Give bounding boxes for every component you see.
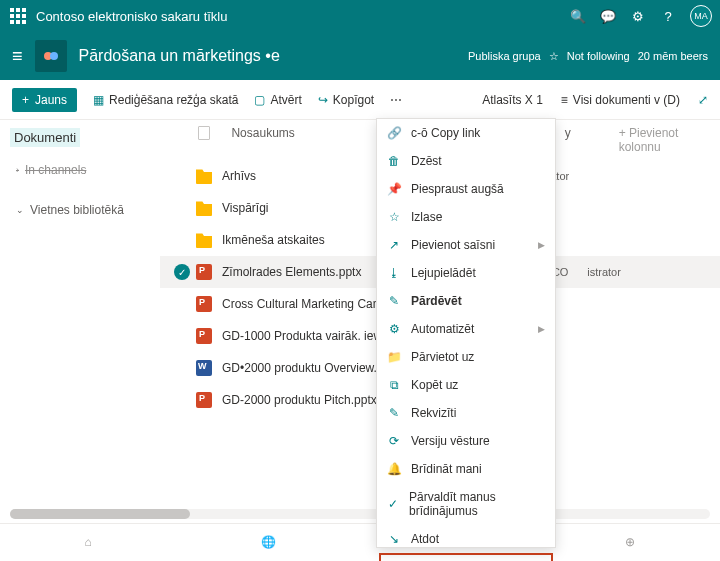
menu-item[interactable]: ↘Atmest paņemšanas atmešanas	[379, 553, 553, 561]
chevron-icon: ›	[16, 165, 19, 175]
share-label: Kopīgot	[333, 93, 374, 107]
documents-heading: Dokumenti	[10, 128, 80, 147]
group-type: Publiska grupa	[468, 50, 541, 62]
docx-icon	[196, 360, 212, 376]
menu-item[interactable]: ⚙Automatizēt▶	[377, 315, 555, 343]
menu-label: Kopēt uz	[411, 378, 458, 392]
menu-label: Dzēst	[411, 154, 442, 168]
chevron-right-icon: ▶	[538, 324, 545, 334]
expand-icon[interactable]: ⤢	[698, 93, 708, 107]
menu-label: Izlase	[411, 210, 442, 224]
list-icon: ≡	[561, 93, 568, 107]
settings-icon[interactable]: ⚙	[630, 8, 646, 24]
pptx-icon	[196, 264, 212, 280]
menu-label: Automatizēt	[411, 322, 474, 336]
menu-item[interactable]: ✎Rekvizīti	[377, 399, 555, 427]
tree-library[interactable]: ⌄ Vietnes bibliotēkā	[10, 197, 150, 223]
menu-icon: ↗	[387, 238, 401, 252]
menu-icon: ✓	[387, 497, 399, 511]
follow-status[interactable]: Not following	[567, 50, 630, 62]
menu-label: Atdot	[411, 532, 439, 546]
home-icon[interactable]: ⌂	[85, 535, 92, 549]
menu-label: Lejupielādēt	[411, 266, 476, 280]
app-launcher-icon[interactable]	[8, 6, 28, 26]
edit-grid-button[interactable]: ▦ Rediģēšana režģa skatā	[93, 93, 238, 107]
menu-item[interactable]: 🔗c-ō Copy link	[377, 119, 555, 147]
menu-label: Versiju vēsture	[411, 434, 490, 448]
horizontal-scrollbar[interactable]	[10, 509, 710, 519]
menu-icon: 📌	[387, 182, 401, 196]
hamburger-icon[interactable]: ≡	[12, 46, 23, 67]
menu-item[interactable]: 🗑Dzēst	[377, 147, 555, 175]
left-nav: Dokumenti › In channels ⌄ Vietnes biblio…	[0, 120, 160, 519]
col-by[interactable]: y	[565, 126, 571, 154]
member-count[interactable]: 20 mēm beers	[638, 50, 708, 62]
menu-label: Brīdināt mani	[411, 462, 482, 476]
checkmark-icon[interactable]: ✓	[174, 264, 190, 280]
menu-item[interactable]: ↗Pievienot saīsni▶	[377, 231, 555, 259]
share-button[interactable]: ↪ Kopīgot	[318, 93, 374, 107]
tree-label: Vietnes bibliotēkā	[30, 203, 124, 217]
context-menu: 🔗c-ō Copy link🗑Dzēst📌Piespraust augšā☆Iz…	[376, 118, 556, 548]
selection-count: Atlasīts X 1	[482, 93, 543, 107]
menu-icon: ↘	[387, 532, 401, 546]
menu-item[interactable]: ✎Pārdēvēt	[377, 287, 555, 315]
site-header: ≡ Pārdošana un mārketings •e Publiska gr…	[0, 32, 720, 80]
chevron-right-icon: ▶	[538, 240, 545, 250]
avatar[interactable]: MA	[690, 5, 712, 27]
menu-icon: ☆	[387, 210, 401, 224]
folder-icon	[196, 200, 212, 216]
view-label: Visi dokumenti v (D)	[573, 93, 680, 107]
menu-icon: ✎	[387, 406, 401, 420]
folder-icon	[196, 168, 212, 184]
tree-channels[interactable]: › In channels	[10, 157, 150, 183]
add-column[interactable]: + Pievienot kolonnu	[619, 126, 720, 154]
search-icon[interactable]: 🔍	[570, 8, 586, 24]
grid-icon: ▦	[93, 93, 104, 107]
menu-icon: 🔗	[387, 126, 401, 140]
menu-icon: 🔔	[387, 462, 401, 476]
share-icon: ↪	[318, 93, 328, 107]
add-col-label: Pievienot kolonnu	[619, 126, 679, 154]
menu-label: c-ō Copy link	[411, 126, 480, 140]
suite-title: Contoso elektronisko sakaru tīklu	[36, 9, 227, 24]
content-area: Dokumenti › In channels ⌄ Vietnes biblio…	[0, 120, 720, 519]
open-label: Atvērt	[270, 93, 301, 107]
globe-icon[interactable]: 🌐	[261, 535, 276, 549]
menu-icon: ⭳	[387, 266, 401, 280]
edit-label: Rediģēšana režģa skatā	[109, 93, 238, 107]
menu-item[interactable]: ✓Pārvaldīt manus brīdinājumus	[377, 483, 555, 525]
more-button[interactable]: ⋯	[390, 93, 402, 107]
menu-item[interactable]: ⟳Versiju vēsture	[377, 427, 555, 455]
open-icon: ▢	[254, 93, 265, 107]
svg-point-1	[50, 52, 58, 60]
menu-item[interactable]: 🔔Brīdināt mani	[377, 455, 555, 483]
menu-label: Pārdēvēt	[411, 294, 462, 308]
menu-item[interactable]: ☆Izlase	[377, 203, 555, 231]
menu-item[interactable]: ↘Atdot	[377, 525, 555, 553]
command-bar: + Jauns ▦ Rediģēšana režģa skatā ▢ Atvēr…	[0, 80, 720, 120]
chat-icon[interactable]: 💬	[600, 8, 616, 24]
star-icon[interactable]: ☆	[549, 50, 559, 63]
scroll-thumb[interactable]	[10, 509, 190, 519]
menu-label: Pievienot saīsni	[411, 238, 495, 252]
menu-label: Piespraust augšā	[411, 182, 504, 196]
menu-item[interactable]: 📁Pārvietot uz	[377, 343, 555, 371]
menu-item[interactable]: 📌Piespraust augšā	[377, 175, 555, 203]
menu-icon: ⚙	[387, 322, 401, 336]
menu-icon: ✎	[387, 294, 401, 308]
menu-label: Pārvaldīt manus brīdinājumus	[409, 490, 545, 518]
new-label: Jauns	[35, 93, 67, 107]
site-logo[interactable]	[35, 40, 67, 72]
tree-label: In channels	[25, 163, 86, 177]
help-icon[interactable]: ?	[660, 8, 676, 24]
add-icon[interactable]: ⊕	[625, 535, 635, 549]
folder-icon	[196, 232, 212, 248]
view-switcher[interactable]: ≡ Visi dokumenti v (D)	[561, 93, 680, 107]
menu-item[interactable]: ⭳Lejupielādēt	[377, 259, 555, 287]
bottom-bar: ⌂ 🌐 ▭ ⊕	[0, 523, 720, 553]
new-button[interactable]: + Jauns	[12, 88, 77, 112]
open-button[interactable]: ▢ Atvērt	[254, 93, 301, 107]
menu-item[interactable]: ⧉Kopēt uz	[377, 371, 555, 399]
pptx-icon	[196, 296, 212, 312]
